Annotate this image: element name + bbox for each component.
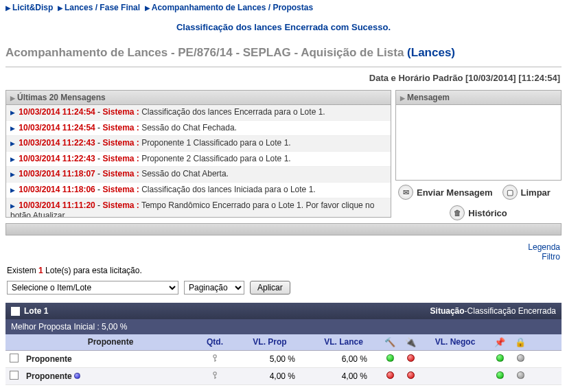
grid-header: Proponente Qtd. VL. Prop VL. Lance 🔨 🔌 V…: [5, 334, 562, 351]
lote-count: Existem 1 Lote(s) para esta licitação.: [0, 263, 567, 278]
hammer-icon: 🔨: [384, 337, 395, 347]
pagination-select[interactable]: Paginação: [184, 281, 244, 295]
status-dot-icon: [517, 371, 524, 379]
cell-hammer: [380, 351, 400, 367]
message-source: Sistema :: [102, 123, 139, 132]
message-timestamp: 10/03/2014 11:18:07: [19, 169, 95, 178]
svg-point-3: [213, 371, 216, 374]
col-qtd: Qtd.: [198, 334, 232, 350]
breadcrumb-sep-icon: ▶: [58, 4, 63, 12]
row-checkbox[interactable]: [10, 354, 19, 362]
filter-link[interactable]: Filtro: [542, 252, 560, 262]
breadcrumb-item-1[interactable]: Licit&Disp: [12, 3, 53, 12]
col-vllance: VL. Lance: [308, 334, 380, 350]
breadcrumb-item-3[interactable]: Acompanhamento de Lances / Propostas: [152, 3, 313, 12]
lote-count-prefix: Existem: [7, 266, 38, 275]
status-dot-icon: [496, 371, 504, 379]
message-body: Proponente 2 Classificado para o Lote 1.: [141, 154, 290, 163]
triangle-icon: ▶: [10, 95, 15, 102]
lote-header: Lote 1 Situação-Classificação Encerrada: [5, 303, 562, 319]
lote-title: Lote 1: [24, 306, 48, 316]
message-body: Proponente 1 Classificado para o Lote 1.: [141, 138, 290, 148]
item-lote-select[interactable]: Selecione o Item/Lote: [7, 281, 178, 295]
breadcrumb: ▶Licit&Disp ▶Lances / Fase Final ▶Acompa…: [0, 0, 567, 15]
message-source: Sistema :: [102, 200, 139, 210]
triangle-icon: ▶: [10, 156, 15, 163]
message-timestamp: 10/03/2014 11:24:54: [19, 107, 95, 117]
cell-lock: [510, 369, 531, 384]
svg-point-0: [213, 354, 216, 357]
situation-label: Situação: [430, 306, 465, 316]
plug-icon: 🔌: [405, 337, 416, 347]
triangle-icon: ▶: [400, 95, 405, 102]
message-source: Sistema :: [102, 185, 139, 194]
message-source: Sistema :: [102, 107, 139, 117]
cell-qtd: [198, 351, 232, 367]
cell-proponente: Proponente: [22, 351, 198, 367]
cell-vlprop: 5,00 %: [232, 351, 308, 367]
breadcrumb-item-2[interactable]: Lances / Fase Final: [65, 3, 140, 12]
clear-icon: ▢: [502, 185, 518, 200]
status-dot-icon: [386, 371, 394, 379]
clear-button[interactable]: ▢ Limpar: [502, 185, 551, 200]
breadcrumb-sep-icon: ▶: [145, 4, 150, 12]
col-proponente: Proponente: [22, 334, 198, 350]
message-timestamp: 10/03/2014 11:22:43: [19, 138, 95, 148]
col-vlneg: VL. Negoc: [421, 334, 489, 350]
key-icon: [211, 371, 219, 380]
lote-block: Lote 1 Situação-Classificação Encerrada …: [5, 303, 562, 385]
message-row: ▶ 10/03/2014 11:24:54 - Sistema : Classi…: [6, 105, 391, 121]
message-row: ▶ 10/03/2014 11:18:07 - Sistema : Sessão…: [6, 167, 391, 183]
message-timestamp: 10/03/2014 11:11:20: [19, 200, 95, 210]
page-title-link[interactable]: (Lances): [407, 46, 455, 59]
history-label: Histórico: [468, 208, 507, 218]
separator-bar: [5, 223, 562, 235]
grid-row: Proponente5,00 %6,00 %: [5, 351, 562, 368]
page-title-main: Acompanhamento de Lances - PE/876/14 - S…: [5, 46, 404, 59]
history-icon: 🗑: [450, 205, 465, 220]
breadcrumb-sep-icon: ▶: [5, 4, 11, 12]
triangle-icon: ▶: [10, 140, 15, 147]
message-textarea[interactable]: [395, 105, 562, 181]
success-message: Classificação dos lances Encerrada com S…: [0, 15, 567, 42]
history-button[interactable]: 🗑 Histórico: [450, 205, 507, 220]
triangle-icon: ▶: [10, 125, 15, 132]
status-dot-icon: [386, 354, 394, 362]
message-source: Sistema :: [102, 169, 139, 178]
cell-plug: [400, 351, 421, 367]
legend-link[interactable]: Legenda: [528, 242, 560, 252]
cell-vlneg: [421, 356, 489, 362]
lote-count-num: 1: [38, 266, 43, 275]
message-source: Sistema :: [102, 138, 139, 148]
message-body: Classificação dos lances Encerrada para …: [141, 107, 325, 117]
pin-icon: 📌: [494, 337, 505, 347]
lote-count-suffix: Lote(s) para esta licitação.: [43, 266, 142, 275]
page-title: Acompanhamento de Lances - PE/876/14 - S…: [0, 42, 567, 67]
messages-list[interactable]: ▶ 10/03/2014 11:24:54 - Sistema : Classi…: [5, 105, 391, 218]
row-checkbox[interactable]: [10, 371, 19, 380]
top-links: Legenda Filtro: [0, 241, 567, 263]
message-row: ▶ 10/03/2014 11:22:43 - Sistema : Propon…: [6, 152, 391, 168]
col-vlprop: VL. Prop: [232, 334, 308, 350]
lote-checkbox[interactable]: [11, 307, 20, 316]
cell-vlneg: [421, 373, 489, 379]
send-label: Enviar Mensagem: [417, 187, 493, 198]
message-body: Classificação dos lances Iniciada para o…: [141, 185, 315, 194]
key-icon: [211, 354, 219, 362]
send-message-button[interactable]: ✉ Enviar Mensagem: [398, 185, 493, 200]
lock-icon: 🔒: [515, 337, 526, 347]
cell-lock: [510, 351, 531, 367]
status-dot-icon: [407, 371, 415, 379]
message-timestamp: 10/03/2014 11:18:06: [19, 185, 95, 194]
triangle-icon: ▶: [10, 187, 15, 194]
message-row: ▶ 10/03/2014 11:11:20 - Sistema : Tempo …: [6, 198, 391, 218]
messages-panel-header: ▶Últimas 20 Mensagens: [5, 90, 391, 105]
apply-button[interactable]: Aplicar: [250, 281, 290, 295]
status-dot-icon: [407, 354, 415, 362]
cell-qtd: [198, 369, 232, 384]
cell-vlprop: 4,00 %: [232, 369, 308, 384]
datetime-label: Data e Horário Padrão [10/03/2014] [11:2…: [0, 67, 567, 90]
status-dot-icon: [496, 354, 504, 362]
message-source: Sistema :: [102, 154, 139, 163]
message-row: ▶ 10/03/2014 11:24:54 - Sistema : Sessão…: [6, 121, 391, 137]
